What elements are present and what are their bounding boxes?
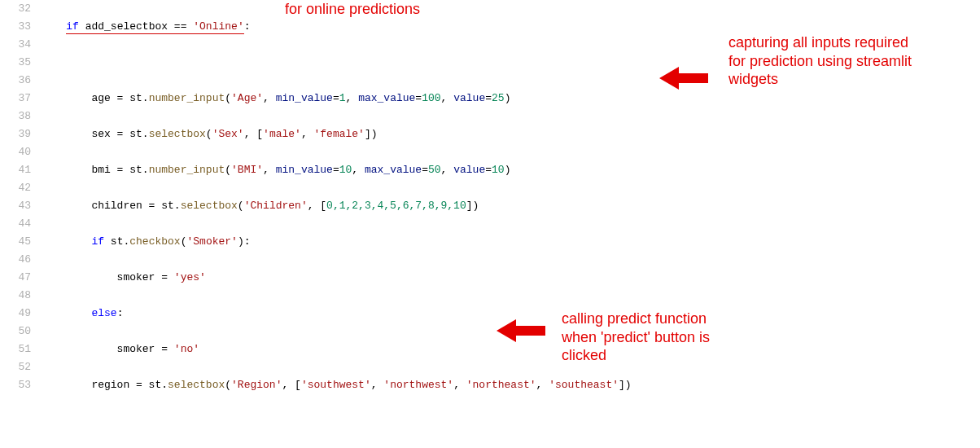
code-line-33[interactable] <box>41 54 980 72</box>
code-editor: 3233343536373839404142434445464748495051… <box>0 0 980 448</box>
code-line-39[interactable]: smoker = 'yes' <box>41 269 980 287</box>
code-line-35[interactable]: sex = st.selectbox('Sex', ['male', 'fema… <box>41 125 980 143</box>
code-line-37[interactable]: children = st.selectbox('Children', [0,1… <box>41 197 980 215</box>
line-number: 38 <box>0 108 31 125</box>
line-number: 51 <box>0 340 31 358</box>
line-number: 41 <box>0 161 31 179</box>
line-number: 52 <box>0 358 31 376</box>
line-number: 45 <box>0 233 31 251</box>
line-number: 47 <box>0 269 31 287</box>
code-line-43[interactable] <box>41 412 980 430</box>
line-number: 43 <box>0 197 31 215</box>
line-number: 44 <box>0 215 31 233</box>
line-number: 48 <box>0 287 31 305</box>
line-number: 49 <box>0 305 31 323</box>
code-area[interactable]: if add_selectbox == 'Online': age = st.n… <box>41 0 980 448</box>
line-number: 39 <box>0 125 31 143</box>
line-number-gutter: 3233343536373839404142434445464748495051… <box>0 0 41 448</box>
line-number: 35 <box>0 54 31 72</box>
line-number: 36 <box>0 72 31 90</box>
line-number: 32 <box>0 0 31 18</box>
line-number: 50 <box>0 323 31 340</box>
line-number: 46 <box>0 251 31 269</box>
code-line-38[interactable]: if st.checkbox('Smoker'): <box>41 233 980 251</box>
line-number: 37 <box>0 90 31 108</box>
code-line-42[interactable]: region = st.selectbox('Region', ['southw… <box>41 376 980 394</box>
code-line-32[interactable]: if add_selectbox == 'Online': <box>41 18 980 36</box>
line-number: 53 <box>0 376 31 394</box>
line-number: 33 <box>0 18 31 36</box>
code-line-34[interactable]: age = st.number_input('Age', min_value=1… <box>41 90 980 108</box>
line-number: 40 <box>0 143 31 161</box>
code-line-40[interactable]: else: <box>41 305 980 323</box>
code-line-41[interactable]: smoker = 'no' <box>41 340 980 358</box>
code-line-36[interactable]: bmi = st.number_input('BMI', min_value=1… <box>41 161 980 179</box>
line-number: 34 <box>0 36 31 54</box>
line-number: 42 <box>0 179 31 197</box>
